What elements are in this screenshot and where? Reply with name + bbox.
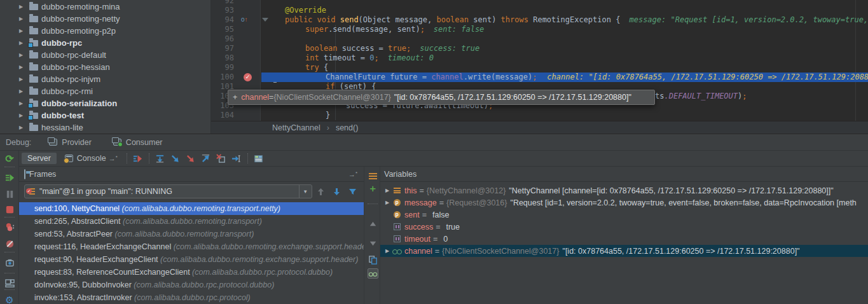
code-line-100[interactable]: ChannelFuture future = channel.write(mes… [261, 73, 868, 82]
code-line-97[interactable]: boolean success = true;success: true [261, 44, 868, 53]
code-line-96[interactable] [261, 34, 868, 44]
line-number: 98 [211, 53, 234, 63]
filter-icon[interactable] [345, 186, 359, 197]
chevron-right-icon[interactable]: ▶ [19, 113, 27, 118]
code-line-99[interactable]: try { [261, 63, 868, 73]
expand-arrow-icon[interactable]: ▶ [385, 248, 392, 254]
move-down-icon[interactable] [368, 238, 378, 248]
variable-row-channel[interactable]: ▶channel={NioClientSocketChannel@3017} "… [380, 245, 868, 257]
tree-item-dubbo-test[interactable]: ▶dubbo-test [0, 109, 210, 121]
run-to-cursor-icon[interactable] [230, 153, 244, 164]
tree-item-dubbo-rpc[interactable]: ▶dubbo-rpc [0, 37, 210, 49]
frame-row[interactable]: request:90, HeaderExchangeClient (com.al… [19, 253, 364, 266]
force-step-into-icon[interactable] [184, 153, 198, 164]
frame-row[interactable]: send:265, AbstractClient (com.alibaba.du… [19, 215, 364, 228]
inline-debug-hint: channel: "[id: 0x78764a55, /172.17.51.12… [547, 73, 868, 81]
tree-item-hessian-lite[interactable]: ▶hessian-lite [0, 121, 210, 134]
tree-item-dubbo-serialization[interactable]: ▶dubbo-serialization [0, 97, 210, 109]
export-icon[interactable]: →* [348, 170, 357, 178]
step-out-icon[interactable] [199, 153, 213, 164]
frame-row[interactable]: send:53, AbstractPeer (com.alibaba.dubbo… [19, 228, 364, 240]
chevron-right-icon[interactable]: ▶ [19, 28, 27, 34]
chevron-right-icon[interactable]: ▶ [19, 16, 27, 22]
line-number: 104 [211, 111, 234, 120]
mute-breakpoints-icon[interactable] [4, 238, 15, 249]
folder-icon [29, 40, 38, 46]
overrides-method-icon[interactable]: o↑ [241, 16, 251, 24]
tree-item-dubbo-remoting-p2p[interactable]: ▶dubbo-remoting-p2p [0, 25, 210, 37]
variables-panel: Variables ▶this={NettyChannel@3012} "Net… [380, 167, 868, 304]
expand-arrow-icon[interactable]: ▶ [385, 200, 392, 205]
tree-item-label: dubbo-remoting-netty [41, 14, 120, 24]
chevron-right-icon[interactable]: ▶ [19, 52, 27, 58]
debug-main: ⟳⚙ ServerConsole→* Frames →* [0, 151, 868, 304]
tree-item-dubbo-rpc-rmi[interactable]: ▶dubbo-rpc-rmi [0, 85, 210, 97]
down-arrow-icon[interactable] [330, 186, 344, 197]
frame-row[interactable]: send:100, NettyChannel (com.alibaba.dubb… [19, 202, 364, 215]
session-tab-consumer[interactable]: Consumer [109, 137, 167, 148]
move-up-icon[interactable] [368, 219, 378, 229]
thread-selector[interactable]: "main"@1 in group "main": RUNNING ▼ [24, 184, 312, 198]
frame-row[interactable]: doInvoke:95, DubboInvoker (com.alibaba.d… [19, 279, 364, 291]
restore-layout-icon[interactable] [4, 278, 15, 288]
scroll-to-end-icon[interactable]: →* [109, 155, 118, 162]
frame-row[interactable]: request:83, ReferenceCountExchangeClient… [19, 266, 364, 279]
session-tab-provider[interactable]: Provider [45, 137, 95, 148]
step-over-icon[interactable] [153, 153, 167, 164]
tree-item-label: dubbo-rpc-default [41, 50, 106, 60]
resume-icon[interactable] [4, 172, 15, 183]
breadcrumb-class[interactable]: NettyChannel [272, 123, 320, 132]
breadcrumb-method[interactable]: send() [336, 123, 358, 132]
chevron-down-icon[interactable]: ▼ [299, 184, 312, 198]
rerun-icon[interactable]: ⟳ [4, 153, 15, 163]
tree-item-dubbo-rpc-hessian[interactable]: ▶dubbo-rpc-hessian [0, 61, 210, 73]
step-into-icon[interactable] [169, 153, 183, 164]
code-line-104[interactable]: } [261, 111, 868, 120]
breakpoint-icon[interactable]: ✓ [244, 73, 252, 81]
code-line-93[interactable]: @Override [261, 6, 868, 15]
chevron-right-icon[interactable]: ▶ [19, 88, 27, 94]
tab-server[interactable]: Server [22, 153, 57, 164]
code-line-92[interactable] [261, 0, 868, 6]
code-line-95[interactable]: super.send(message, sent);sent: false [261, 25, 868, 34]
separator [149, 153, 149, 163]
variable-row-sent[interactable]: psent=false [380, 209, 868, 221]
separator [368, 204, 378, 204]
show-execution-point-icon[interactable] [131, 153, 145, 164]
frame-row[interactable]: request:116, HeaderExchangeChannel (com.… [19, 240, 364, 253]
tree-item-dubbo-rpc-default[interactable]: ▶dubbo-rpc-default [0, 49, 210, 61]
drop-frame-icon[interactable] [214, 153, 228, 164]
pause-icon[interactable] [4, 189, 15, 199]
settings-icon[interactable]: ⚙ [4, 294, 15, 304]
stop-icon[interactable] [4, 204, 15, 214]
chevron-right-icon[interactable]: ▶ [19, 40, 27, 46]
code-line-94[interactable]: public void send(Object message, boolean… [261, 15, 868, 25]
tree-item-label: dubbo-rpc-rmi [41, 86, 93, 96]
chevron-right-icon[interactable]: ▶ [19, 4, 27, 10]
chevron-right-icon[interactable]: ▶ [19, 125, 27, 130]
project-tree[interactable]: ▶dubbo-remoting-mina▶dubbo-remoting-nett… [0, 0, 211, 134]
view-layout-icon[interactable] [252, 153, 266, 164]
variable-row-message[interactable]: ▶pmessage={Request@3016} "Request [id=1,… [380, 197, 868, 209]
frame-row[interactable]: invoke:153, AbstractInvoker (com.alibaba… [19, 291, 364, 304]
tree-item-dubbo-remoting-netty[interactable]: ▶dubbo-remoting-netty [0, 13, 210, 25]
expand-plus-icon[interactable]: + [233, 93, 237, 102]
code-line-98[interactable]: int timeout = 0;timeout: 0 [261, 53, 868, 63]
add-to-watches-icon[interactable]: ＋ [368, 183, 378, 193]
view-breakpoints-icon[interactable] [4, 222, 15, 232]
variable-row-this[interactable]: ▶this={NettyChannel@3012} "NettyChannel … [380, 184, 868, 197]
variable-row-timeout[interactable]: timeout=0 [380, 233, 868, 245]
chevron-right-icon[interactable]: ▶ [19, 76, 27, 82]
tree-item-dubbo-remoting-mina[interactable]: ▶dubbo-remoting-mina [0, 1, 210, 13]
variable-row-success[interactable]: success=true [380, 221, 868, 233]
frame-package: (com.alibaba.dubbo.remoting.exchange.sup… [174, 242, 364, 251]
tree-item-dubbo-rpc-injvm[interactable]: ▶dubbo-rpc-injvm [0, 73, 210, 85]
chevron-right-icon[interactable]: ▶ [19, 64, 27, 70]
show-watches-icon[interactable] [368, 268, 378, 279]
copy-icon[interactable] [368, 254, 378, 265]
chevron-right-icon[interactable]: ▶ [19, 100, 27, 106]
expand-arrow-icon[interactable]: ▶ [385, 188, 392, 193]
tab-console[interactable]: Console→* [59, 153, 123, 164]
up-arrow-icon[interactable] [314, 186, 328, 197]
thread-dump-icon[interactable] [4, 258, 15, 268]
